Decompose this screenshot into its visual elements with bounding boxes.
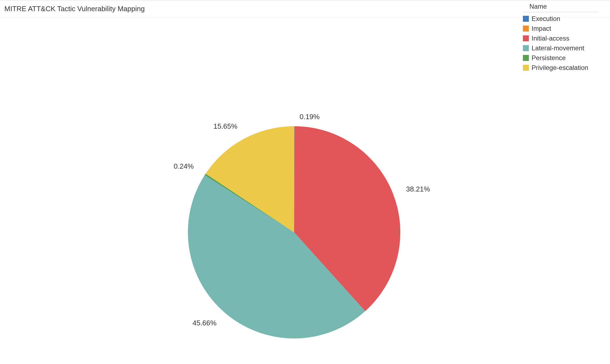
chart-area: 38.21%45.66%0.24%15.65%0.19%: [0, 17, 512, 364]
pie-label: 0.24%: [174, 162, 194, 170]
chart-title-text: MITRE ATT&CK Tactic Vulnerability Mappin…: [4, 5, 145, 13]
pie-label: 38.21%: [406, 185, 430, 193]
legend-swatch: [523, 65, 529, 71]
legend-item-lateral-movement[interactable]: Lateral-movement: [523, 43, 599, 53]
legend-title: Name: [523, 1, 599, 12]
pie-chart: 38.21%45.66%0.24%15.65%0.19%: [0, 17, 512, 364]
legend-swatch: [523, 35, 529, 41]
legend-label: Impact: [532, 25, 551, 32]
legend-swatch: [523, 55, 529, 61]
legend-label: Privilege-escalation: [532, 64, 588, 72]
pie-label-rest: 0.19%: [300, 113, 320, 121]
legend-label: Persistence: [532, 54, 566, 62]
legend-item-execution[interactable]: Execution: [523, 14, 599, 24]
legend-item-privilege-escalation[interactable]: Privilege-escalation: [523, 63, 599, 73]
legend-label: Lateral-movement: [532, 44, 584, 52]
legend-item-impact[interactable]: Impact: [523, 24, 599, 33]
chart-title: MITRE ATT&CK Tactic Vulnerability Mappin…: [0, 0, 610, 17]
legend-label: Initial-access: [532, 35, 569, 42]
pie-label: 15.65%: [213, 122, 237, 130]
legend-label: Execution: [532, 15, 560, 23]
legend: Name ExecutionImpactInitial-accessLatera…: [523, 1, 599, 73]
legend-swatch: [523, 26, 529, 32]
legend-item-persistence[interactable]: Persistence: [523, 53, 599, 63]
legend-swatch: [523, 45, 529, 51]
pie-label: 45.66%: [193, 319, 216, 327]
legend-swatch: [523, 16, 529, 22]
legend-item-initial-access[interactable]: Initial-access: [523, 33, 599, 43]
